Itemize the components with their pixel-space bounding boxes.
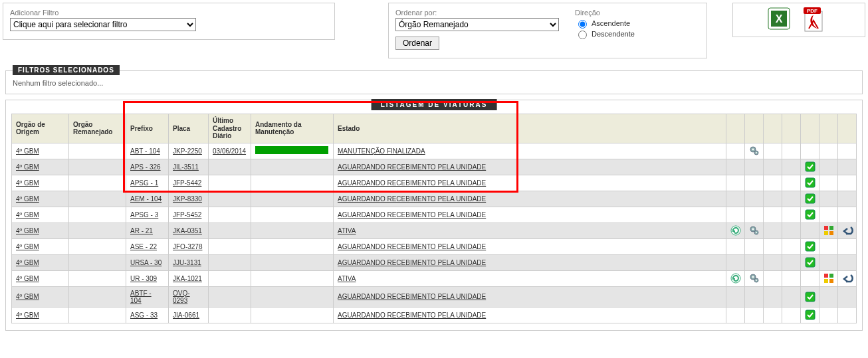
- cell-placa-link[interactable]: JIL-3511: [173, 163, 199, 171]
- cell-prefixo-link[interactable]: URSA - 30: [130, 259, 162, 266]
- check-icon[interactable]: [801, 257, 819, 268]
- cell-placa-link[interactable]: JKP-8330: [173, 195, 202, 203]
- check-icon[interactable]: [801, 241, 819, 252]
- check-icon[interactable]: [801, 161, 819, 172]
- cell-estado-link[interactable]: ATIVA: [338, 227, 356, 234]
- cell-origem-link[interactable]: 4º GBM: [16, 312, 39, 319]
- cell-ultimo-link[interactable]: 03/06/2014: [213, 147, 246, 155]
- back-arrow-icon[interactable]: [838, 225, 856, 236]
- col-header-action6: [819, 114, 838, 143]
- cell-origem-link[interactable]: 4º GBM: [16, 211, 39, 219]
- back-arrow-icon[interactable]: [838, 273, 856, 284]
- cell-origem-link[interactable]: 4º GBM: [16, 293, 39, 300]
- cell-origem-link[interactable]: 4º GBM: [16, 195, 39, 203]
- cell-prefixo-link[interactable]: AR - 21: [130, 227, 153, 234]
- add-filter-select[interactable]: Clique aqui para selecionar filtro: [10, 18, 196, 31]
- selected-filters-panel: FILTROS SELECIONADOS Nenhum filtro selec…: [5, 70, 863, 94]
- svg-rect-19: [824, 226, 828, 230]
- selected-filters-legend: FILTROS SELECIONADOS: [13, 65, 120, 75]
- svg-rect-21: [824, 231, 828, 235]
- cell-prefixo-link[interactable]: APSG - 1: [130, 179, 158, 187]
- cell-prefixo-link[interactable]: ASE - 22: [130, 243, 157, 250]
- cell-prefixo-link[interactable]: ABTF - 104: [130, 290, 152, 304]
- check-icon[interactable]: [801, 310, 819, 320]
- svg-point-18: [756, 232, 757, 233]
- cell-placa-link[interactable]: JKP-2250: [173, 147, 202, 155]
- direction-asc-radio[interactable]: [578, 20, 587, 29]
- cell-origem-link[interactable]: 4º GBM: [16, 163, 39, 171]
- svg-rect-12: [806, 194, 815, 203]
- cell-estado-link[interactable]: AGUARDANDO RECEBIMENTO PELA UNIDADE: [338, 163, 486, 171]
- col-header-placa: Placa: [169, 114, 209, 143]
- cell-prefixo-link[interactable]: AEM - 104: [130, 195, 162, 203]
- table-row: 4º GBMASG - 33JIA-0661AGUARDANDO RECEBIM…: [12, 307, 857, 323]
- export-excel-icon[interactable]: X: [768, 7, 790, 30]
- cell-estado-link[interactable]: AGUARDANDO RECEBIMENTO PELA UNIDADE: [338, 312, 486, 319]
- table-row: 4º GBMABT - 104JKP-225003/06/2014MANUTEN…: [12, 143, 857, 159]
- cell-placa-link[interactable]: JKA-0351: [173, 227, 202, 234]
- cell-estado-link[interactable]: AGUARDANDO RECEBIMENTO PELA UNIDADE: [338, 243, 486, 250]
- sort-by-label: Ordenar por:: [395, 9, 559, 17]
- cell-estado-link[interactable]: AGUARDANDO RECEBIMENTO PELA UNIDADE: [338, 195, 486, 203]
- col-header-andamento: Andamento da Manutenção: [251, 114, 334, 143]
- gears-icon[interactable]: [745, 145, 763, 156]
- col-header-action1: [726, 114, 745, 143]
- refresh-icon[interactable]: [726, 225, 744, 236]
- cell-estado-link[interactable]: AGUARDANDO RECEBIMENTO PELA UNIDADE: [338, 211, 486, 219]
- cell-origem-link[interactable]: 4º GBM: [16, 259, 39, 266]
- cell-estado-link[interactable]: ATIVA: [338, 275, 356, 282]
- svg-rect-31: [829, 274, 833, 278]
- col-header-action3: [764, 114, 782, 143]
- table-row: 4º GBMAEM - 104JKP-8330AGUARDANDO RECEBI…: [12, 191, 857, 207]
- cell-estado-link[interactable]: AGUARDANDO RECEBIMENTO PELA UNIDADE: [338, 179, 486, 187]
- sort-button[interactable]: Ordenar: [395, 37, 439, 50]
- cell-prefixo-link[interactable]: UR - 309: [130, 275, 157, 282]
- add-filter-panel: Adicionar Filtro Clique aqui para seleci…: [3, 3, 335, 40]
- cell-prefixo-link[interactable]: APSG - 3: [130, 211, 158, 219]
- color-grid-icon[interactable]: [819, 225, 837, 236]
- cell-prefixo-link[interactable]: APS - 326: [130, 163, 161, 171]
- svg-rect-10: [806, 162, 815, 171]
- table-row: 4º GBMURSA - 30JJU-3131AGUARDANDO RECEBI…: [12, 254, 857, 270]
- cell-origem-link[interactable]: 4º GBM: [16, 243, 39, 250]
- cell-origem-link[interactable]: 4º GBM: [16, 179, 39, 187]
- cell-placa-link[interactable]: JIA-0661: [173, 312, 199, 319]
- direction-desc-option[interactable]: Descendente: [575, 29, 635, 39]
- color-grid-icon[interactable]: [819, 273, 837, 284]
- cell-placa-link[interactable]: OVQ-0293: [173, 290, 190, 304]
- svg-rect-22: [829, 231, 833, 235]
- cell-placa-link[interactable]: JFP-5452: [173, 211, 201, 219]
- col-header-estado: Estado: [334, 114, 726, 143]
- check-icon[interactable]: [801, 193, 819, 204]
- gears-icon[interactable]: [745, 273, 763, 284]
- check-icon[interactable]: [801, 292, 819, 302]
- cell-origem-link[interactable]: 4º GBM: [16, 275, 39, 282]
- col-header-action4: [782, 114, 801, 143]
- check-icon[interactable]: [801, 177, 819, 188]
- cell-estado-link[interactable]: AGUARDANDO RECEBIMENTO PELA UNIDADE: [338, 259, 486, 266]
- vehicle-table: Orgão de Origem Orgão Remanejado Prefixo…: [11, 114, 857, 323]
- cell-origem-link[interactable]: 4º GBM: [16, 227, 39, 234]
- cell-estado-link[interactable]: MANUTENÇÃO FINALIZADA: [338, 147, 425, 155]
- svg-point-16: [752, 228, 754, 230]
- cell-placa-link[interactable]: JFO-3278: [173, 243, 202, 250]
- svg-point-29: [756, 280, 757, 281]
- cell-origem-link[interactable]: 4º GBM: [16, 147, 39, 155]
- progress-bar: [255, 146, 328, 154]
- svg-rect-11: [806, 178, 815, 187]
- refresh-icon[interactable]: [726, 273, 744, 284]
- direction-desc-radio[interactable]: [578, 31, 587, 39]
- check-icon[interactable]: [801, 209, 819, 220]
- cell-prefixo-link[interactable]: ABT - 104: [130, 147, 160, 155]
- export-pdf-icon[interactable]: PDF: [804, 7, 830, 33]
- cell-estado-link[interactable]: AGUARDANDO RECEBIMENTO PELA UNIDADE: [338, 293, 486, 300]
- col-header-action2: [745, 114, 764, 143]
- direction-asc-option[interactable]: Ascendente: [575, 18, 635, 29]
- cell-placa-link[interactable]: JKA-1021: [173, 275, 202, 282]
- gears-icon[interactable]: [745, 225, 763, 236]
- table-row: 4º GBMABTF - 104OVQ-0293AGUARDANDO RECEB…: [12, 286, 857, 307]
- sort-by-select[interactable]: Órgão Remanejado: [395, 18, 559, 31]
- cell-placa-link[interactable]: JJU-3131: [173, 259, 201, 266]
- cell-placa-link[interactable]: JFP-5442: [173, 179, 201, 187]
- cell-prefixo-link[interactable]: ASG - 33: [130, 312, 158, 319]
